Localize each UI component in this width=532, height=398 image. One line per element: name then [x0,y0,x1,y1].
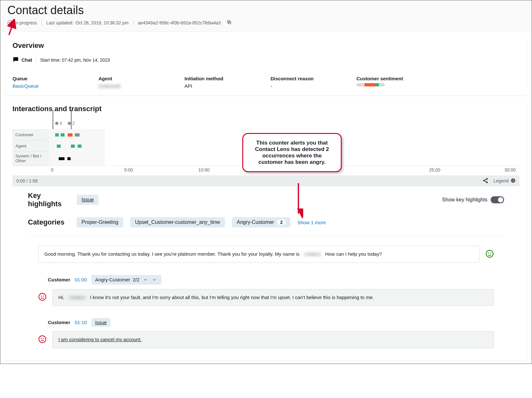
channel-label: Chat [21,57,36,63]
sentiment-bar [356,83,385,86]
chat-icon [13,56,19,64]
negative-sentiment-icon [38,293,47,302]
svg-point-16 [43,296,44,296]
play-time: 0:00 / 1:58 [16,178,38,183]
category-chip-proper-greeting[interactable]: Proper-Greeting [77,217,123,227]
issue-chip[interactable]: Issue [77,195,99,205]
svg-point-13 [491,253,491,253]
copy-icon[interactable] [225,18,233,27]
contact-id: ae4349a2-958c-4f3b-b92a-852c7feba4a3 [133,20,225,25]
nav-count: 2/2 [133,277,140,282]
last-updated: Last updated: Oct 28, 2019, 10:36:32 pm [42,20,133,25]
tick-10: 10:00 [198,167,210,172]
timestamp-link[interactable]: 01:00 [75,277,87,282]
interactions-title: Interactions and transcript [13,105,519,113]
share-icon[interactable] [483,178,488,184]
svg-text:i: i [513,179,514,182]
tick-30: 30:00 [504,167,516,172]
key-highlights-heading: Key highlights [28,191,70,208]
status-text: In progress [14,20,37,25]
customer-message-bubble: I am considering to cancel my account. [52,331,494,348]
legend-label: Legend [493,178,509,183]
sentiment-label: Customer sentiment [356,76,511,81]
agent-value: (redacted) [99,83,120,89]
category-chip-upset-customer[interactable]: Upset_Customer-customer_any_time [130,217,225,227]
interactions-card: Interactions and transcript 3 2 Customer [5,98,527,360]
svg-point-15 [41,296,41,296]
chevron-down-icon[interactable] [151,277,158,283]
lane-system-label: System / Bot / Other [13,152,48,166]
in-progress-icon: ••• [7,20,13,25]
angry-customer-nav-chip: Angry-Customer 2/2 [91,275,161,285]
tick-0: 0 [51,167,54,172]
overview-title: Overview [13,41,519,50]
svg-point-11 [486,250,493,257]
svg-point-19 [43,338,44,339]
svg-point-17 [39,336,46,343]
queue-label: Queue [13,76,90,81]
toggle-label: Show key highlights [442,197,487,203]
tick-5: 5:00 [124,167,133,172]
svg-line-6 [485,179,486,180]
init-method-label: Initiation method [184,76,262,81]
marker-3: 3 [60,121,62,126]
tick-25: 25:00 [429,167,440,172]
start-time: Start time: 07:42 pm, Nov 14, 2023 [39,57,110,63]
marker-2: 2 [72,121,74,126]
annotation-callout: This counter alerts you that Contact Len… [242,133,342,172]
agent-label: Agent [99,76,176,81]
disconnect-value: - [270,83,348,89]
svg-point-12 [488,253,489,253]
chevron-up-icon[interactable] [142,277,149,283]
show-more-link[interactable]: Show 1 more [297,220,326,225]
agent-message-bubble: Good morning. Thank you for contacting u… [38,246,480,263]
disconnect-label: Disconnect reason [270,76,348,81]
svg-point-18 [41,338,41,339]
page-header: Contact details ••• In progress Last upd… [0,0,532,32]
lane-customer-label: Customer [13,129,48,140]
speaker-label: Customer [48,320,70,325]
page-title: Contact details [7,4,525,17]
lane-agent-label: Agent [13,140,48,152]
info-icon[interactable]: i [511,178,516,184]
queue-link[interactable]: BasicQueue [13,83,39,89]
svg-point-14 [39,293,46,300]
customer-message-bubble: Hi, （redact） I know it's not your fault,… [52,289,494,306]
positive-sentiment-icon [485,250,494,259]
categories-heading: Categories [28,218,70,226]
svg-line-7 [485,181,486,182]
speaker-label: Customer [48,277,70,282]
category-chip-angry-customer[interactable]: Angry-Customer 2 [232,217,290,227]
status-badge: ••• In progress [7,20,42,25]
show-highlights-toggle[interactable] [491,196,504,203]
negative-sentiment-icon [38,335,47,344]
angry-customer-count: 2 [277,220,286,225]
overview-card: Overview Chat Start time: 07:42 pm, Nov … [5,35,527,95]
issue-tag-chip[interactable]: Issue [91,318,111,327]
init-method-value: API [184,83,262,89]
timestamp-link[interactable]: 01:10 [75,320,87,325]
